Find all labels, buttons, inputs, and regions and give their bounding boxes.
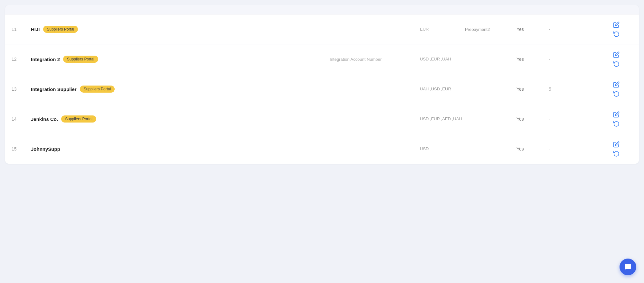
edit-icon-2[interactable] <box>613 81 620 88</box>
history-icon-4[interactable] <box>613 150 620 157</box>
supplier-name-1: Integration 2 <box>31 57 60 62</box>
supplier-name-0: HIJI <box>31 27 40 32</box>
row-number-0: 11 <box>12 27 31 32</box>
name-cell-1: Integration 2 Suppliers Portal <box>31 56 330 63</box>
active-2: Yes <box>516 87 549 92</box>
currencies-0: EUR <box>420 25 465 33</box>
history-icon-1[interactable] <box>613 60 620 67</box>
supplier-name-4: JohnnySupp <box>31 146 60 152</box>
table-row: 11 HIJI Suppliers Portal EUR Prepayment2… <box>5 14 639 44</box>
name-cell-4: JohnnySupp <box>31 146 330 152</box>
currencies-2: UAH ,USD ,EUR <box>420 85 465 93</box>
active-0: Yes <box>516 27 549 32</box>
supplier-badge-2: Suppliers Portal <box>80 86 115 93</box>
action-cell-2 <box>600 81 632 97</box>
name-cell-2: Integration Supplier Suppliers Portal <box>31 86 330 93</box>
name-cell-0: HIJI Suppliers Portal <box>31 26 330 33</box>
action-cell-3 <box>600 111 632 127</box>
supplier-badge-3: Suppliers Portal <box>61 115 96 123</box>
edit-icon-1[interactable] <box>613 51 620 58</box>
tolerance-4: - <box>549 146 600 151</box>
row-number-2: 13 <box>12 87 31 92</box>
history-icon-0[interactable] <box>613 31 620 37</box>
table-row: 14 Jenkins Co. Suppliers Portal USD ,EUR… <box>5 104 639 134</box>
history-icon-3[interactable] <box>613 120 620 127</box>
action-cell-1 <box>600 51 632 67</box>
account-holder-1: Integration Account Number <box>330 57 420 62</box>
row-number-3: 14 <box>12 116 31 122</box>
action-cell-4 <box>600 141 632 157</box>
currencies-3: USD ,EUR ,AED ,UAH <box>420 115 465 123</box>
supplier-badge-1: Suppliers Portal <box>63 56 98 63</box>
tolerance-3: - <box>549 116 600 122</box>
tolerance-0: - <box>549 27 600 32</box>
supplier-name-3: Jenkins Co. <box>31 116 58 122</box>
supplier-badge-0: Suppliers Portal <box>43 26 78 33</box>
suppliers-table: 11 HIJI Suppliers Portal EUR Prepayment2… <box>5 5 639 164</box>
payment-terms-0: Prepayment2 <box>465 27 516 32</box>
currencies-4: USD <box>420 145 465 152</box>
table-body: 11 HIJI Suppliers Portal EUR Prepayment2… <box>5 14 639 164</box>
active-3: Yes <box>516 116 549 122</box>
action-cell-0 <box>600 22 632 37</box>
history-icon-2[interactable] <box>613 90 620 97</box>
row-number-4: 15 <box>12 146 31 151</box>
tolerance-2: 5 <box>549 87 600 92</box>
currencies-1: USD ,EUR ,UAH <box>420 55 465 63</box>
table-row: 15 JohnnySupp USD Yes - <box>5 134 639 164</box>
table-row: 13 Integration Supplier Suppliers Portal… <box>5 74 639 104</box>
edit-icon-4[interactable] <box>613 141 620 148</box>
table-header <box>5 5 639 14</box>
name-cell-3: Jenkins Co. Suppliers Portal <box>31 115 330 123</box>
table-row: 12 Integration 2 Suppliers Portal Integr… <box>5 44 639 74</box>
active-1: Yes <box>516 57 549 62</box>
supplier-name-2: Integration Supplier <box>31 87 77 92</box>
edit-icon-3[interactable] <box>613 111 620 118</box>
active-4: Yes <box>516 146 549 151</box>
row-number-1: 12 <box>12 57 31 62</box>
chat-button[interactable] <box>620 259 636 275</box>
tolerance-1: - <box>549 57 600 62</box>
edit-icon-0[interactable] <box>613 22 620 28</box>
